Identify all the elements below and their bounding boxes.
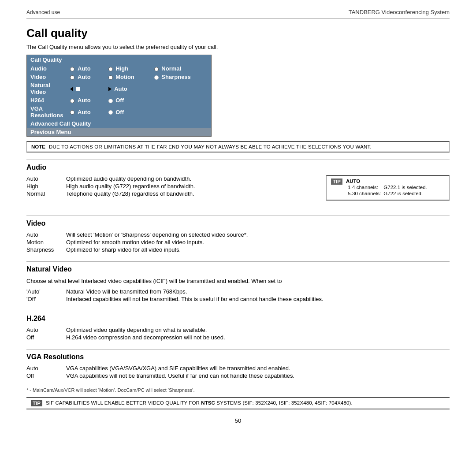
radio-off-h264 (108, 99, 113, 103)
natural-video-def-off: 'Off' Interlaced capabilities will not b… (26, 295, 450, 303)
video-def-sharpness: Sharpness Optimized for sharp video for … (26, 246, 450, 253)
vga-section: VGA Resolutions Auto VGA capabilities (V… (26, 349, 450, 379)
vga-def-auto: Auto VGA capabilities (VGA/SVGA/XGA) and… (26, 364, 450, 372)
natural-video-intro: Choose at what level Interlaced video ca… (26, 277, 450, 286)
menu-row-previous[interactable]: Previous Menu (27, 128, 211, 136)
bottom-tip-text: SIF CAPABILITIES WILL ENABLE BETTER VIDE… (46, 400, 353, 405)
natural-video-title: Natural Video (26, 265, 450, 273)
audio-def-high: High High audio quality (G722) regardles… (26, 182, 313, 190)
intro-text: The Call Quality menu allows you to sele… (26, 44, 450, 50)
note-text: Due to actions or limitations at the far… (49, 144, 372, 149)
radio-sharpness-video (154, 75, 159, 80)
menu-title: Call Quality (27, 55, 211, 64)
radio-auto-video (70, 75, 74, 80)
note-box: NOTE Due to actions or limitations at th… (26, 141, 450, 152)
natural-video-section: Natural Video Choose at what level Inter… (26, 261, 450, 303)
page-number: 50 (26, 417, 450, 424)
radio-auto-h264 (70, 99, 74, 103)
tip-content: Auto 1-4 channels: G722.1 is selected. 5… (346, 178, 429, 197)
video-def-motion: Motion Optimized for smooth motion video… (26, 238, 450, 246)
call-quality-menu: Call Quality Audio Auto High Normal (26, 55, 212, 137)
audio-section: Audio Auto Optimized audio quality depen… (26, 160, 450, 208)
bottom-tip-box: TIP SIF CAPABILITIES WILL ENABLE BETTER … (26, 397, 450, 409)
radio-auto-audio (70, 67, 74, 71)
menu-row-natural-video[interactable]: Natural Video Auto (27, 81, 211, 96)
tip-label: TIP (331, 178, 342, 185)
video-def-auto: Auto Will select 'Motion' or 'Sharpness'… (26, 231, 450, 238)
audio-def-auto: Auto Optimized audio quality depending o… (26, 175, 313, 182)
tip-channels-1-4: 1-4 channels: G722.1 is selected. (347, 185, 428, 190)
tip-title: Auto (346, 178, 429, 184)
h264-def-auto: Auto Optimized video quality depending o… (26, 326, 450, 334)
radio-auto-vga (70, 110, 74, 115)
vga-def-off: Off VGA capabilities will not be transmi… (26, 372, 450, 379)
menu-row-h264[interactable]: H264 Auto Off (27, 96, 211, 104)
menu-row-vga[interactable]: VGA Resolutions Auto Off (27, 104, 211, 119)
arrow-right-icon (108, 87, 112, 91)
audio-tip-box: TIP Auto 1-4 channels: G722.1 is selecte… (326, 175, 450, 201)
h264-def-off: Off H.264 video compression and decompre… (26, 334, 450, 341)
menu-row-advanced[interactable]: Advanced Call Quality (27, 119, 211, 128)
natural-video-def-auto: 'Auto' Natural Video will be transmitted… (26, 288, 450, 295)
h264-section: H.264 Auto Optimized video quality depen… (26, 311, 450, 341)
radio-high-audio (108, 67, 113, 71)
audio-def-normal: Normal Telephone quality (G728) regardle… (26, 190, 313, 197)
radio-motion-video (108, 75, 113, 80)
footnote: * - MainCam/Aux/VCR will select ‘Motion’… (26, 387, 450, 393)
h264-title: H.264 (26, 315, 450, 323)
menu-row-audio[interactable]: Audio Auto High Normal (27, 64, 211, 73)
note-label: NOTE (31, 144, 45, 149)
video-section: Video Auto Will select 'Motion' or 'Shar… (26, 216, 450, 253)
arrow-left-icon (70, 87, 73, 91)
menu-row-video[interactable]: Video Auto Motion Sharpness (27, 73, 211, 81)
square-icon (76, 87, 80, 91)
bottom-tip-label: TIP (31, 400, 42, 406)
header-center: TANDBERG Videoconferencing System (349, 9, 450, 15)
tip-channels-5-30: 5-30 channels: G722 is selected. (347, 191, 428, 196)
video-section-title: Video (26, 219, 450, 227)
page-title: Call quality (26, 26, 450, 40)
vga-title: VGA Resolutions (26, 353, 450, 361)
radio-normal-audio (154, 67, 159, 71)
radio-off-vga (108, 110, 113, 115)
audio-section-title: Audio (26, 164, 450, 171)
header-left: Advanced use (26, 9, 60, 15)
